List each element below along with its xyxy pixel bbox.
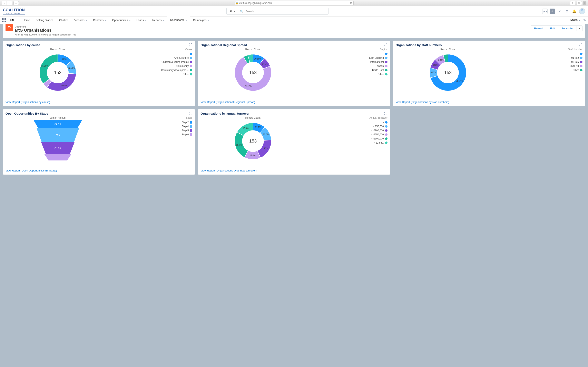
nav-item-label: Opportunities: [112, 18, 128, 22]
expand-icon[interactable]: ⛶: [579, 43, 582, 47]
nav-item-contacts[interactable]: Contacts⌄: [90, 16, 109, 24]
legend-swatch: [580, 61, 582, 63]
global-add-icon[interactable]: ＋: [550, 8, 555, 14]
legend-swatch: [580, 53, 582, 55]
nav-item-leads[interactable]: Leads⌄: [134, 16, 149, 24]
view-report-link[interactable]: View Report (Organisations by staff numb…: [396, 100, 582, 104]
legend-swatch: [190, 125, 192, 128]
svg-text:8.65%: 8.65%: [262, 63, 268, 65]
legend-item: 06 to 10: [570, 65, 582, 67]
nav-more[interactable]: More ▾: [571, 18, 580, 22]
legend-item: < £1 mio.: [374, 141, 388, 144]
refresh-button[interactable]: Refresh: [531, 26, 547, 31]
favorites-icon[interactable]: ★▾: [542, 8, 548, 14]
legend-label: Step 4: [182, 125, 189, 128]
nav-item-label: Reports: [152, 18, 162, 22]
edit-button[interactable]: Edit: [547, 26, 558, 31]
share-icon[interactable]: ⇪: [570, 1, 575, 5]
view-report-link[interactable]: View Report (Organisations by cause): [6, 100, 192, 104]
view-report-link[interactable]: View Report (Organisational Regional Spr…: [200, 100, 387, 104]
chevron-down-icon: ⌄: [186, 19, 187, 21]
more-actions-button[interactable]: ▾: [577, 26, 582, 31]
svg-text:10.58%: 10.58%: [254, 58, 261, 60]
tabs-icon[interactable]: ⧉: [577, 1, 582, 5]
edit-nav-icon[interactable]: ✎: [583, 18, 586, 22]
browser-back-button[interactable]: ‹: [2, 1, 7, 5]
svg-point-1: [581, 11, 582, 11]
svg-text:153: 153: [249, 138, 257, 143]
legend-label: -: [383, 52, 384, 55]
nav-item-opportunities[interactable]: Opportunities⌄: [109, 16, 134, 24]
expand-icon[interactable]: ⛶: [384, 43, 388, 47]
view-report-link[interactable]: View Report (Organisations by annual tur…: [200, 169, 387, 172]
chevron-down-icon: ▾: [233, 10, 235, 13]
legend-item: Children & Young People: [162, 60, 192, 63]
nav-item-label: Contacts: [93, 18, 104, 22]
chart-legend: Annual Turnover-< £50,000< £100,000< £25…: [307, 117, 388, 167]
legend-item: Other: [378, 73, 388, 76]
setup-gear-icon[interactable]: ⚙: [564, 8, 570, 14]
donut-chart: 13.85%12.31%33.85%35.38%153: [36, 51, 79, 94]
nav-item-label: Leads: [136, 18, 144, 22]
svg-text:19.2%: 19.2%: [262, 147, 268, 150]
nav-item-label: Dashboards: [170, 18, 184, 21]
chart-legend: Region-East EnglandInternationalLondonNo…: [307, 48, 388, 99]
nav-item-reports[interactable]: Reports⌄: [149, 16, 167, 24]
legend-label: London: [376, 65, 384, 67]
legend-swatch: [580, 69, 582, 71]
expand-icon[interactable]: ⛶: [384, 112, 388, 115]
chevron-down-icon: ⌄: [163, 19, 164, 21]
legend-label: North East: [372, 69, 384, 72]
svg-text:8.28%: 8.28%: [433, 64, 438, 66]
new-tab-button[interactable]: +: [583, 1, 586, 5]
legend-label: Other: [378, 73, 384, 76]
nav-item-getting-started[interactable]: Getting Started: [33, 16, 56, 24]
legend-swatch: [190, 121, 192, 124]
donut-chart: 70.34%8.97%8.28%8.28%153: [426, 51, 469, 94]
legend-swatch: [385, 53, 388, 55]
header-utility-bar: ★▾ ＋ ? ⚙ 🔔: [542, 8, 585, 14]
refresh-icon[interactable]: ⟳: [350, 2, 352, 4]
subscribe-button[interactable]: Subscribe: [558, 26, 577, 31]
expand-icon[interactable]: ⛶: [189, 43, 192, 47]
legend-swatch: [190, 53, 192, 55]
user-avatar[interactable]: [579, 8, 585, 14]
legend-label: Children & Young People: [162, 60, 189, 63]
donut-chart: 10.58%8.65%72.12%153: [232, 51, 274, 94]
help-icon[interactable]: ?: [557, 8, 562, 14]
nav-item-campaigns[interactable]: Campaigns⌄: [190, 16, 212, 24]
nav-item-accounts[interactable]: Accounts⌄: [71, 16, 90, 24]
legend-item: -: [578, 52, 582, 55]
svg-text:33.85%: 33.85%: [61, 84, 67, 87]
browser-chrome: ‹ › ☰ 🔒 cfefficiency.lightning.force.com…: [0, 0, 588, 6]
nav-item-home[interactable]: Home: [20, 16, 33, 24]
global-search[interactable]: All ▾ 🔍 Search...: [226, 8, 329, 15]
notifications-icon[interactable]: 🔔: [572, 8, 577, 14]
card-open-opportunities: ⛶ Open Opportunities By Stage Sum of Amo…: [3, 109, 195, 175]
legend-item: International: [370, 60, 388, 63]
legend-item: London: [376, 65, 388, 67]
search-scope-dropdown[interactable]: All ▾: [227, 8, 238, 15]
legend-swatch: [385, 133, 388, 136]
browser-sidebar-button[interactable]: ☰: [13, 1, 19, 5]
browser-forward-button[interactable]: ›: [7, 1, 12, 5]
logo-sub: FOR EFFICIENCY: [3, 12, 25, 15]
nav-item-chatter[interactable]: Chatter: [56, 16, 71, 24]
legend-item: 03 to 5: [571, 60, 582, 63]
legend-item: Community: [176, 65, 192, 67]
legend-label: International: [370, 60, 384, 63]
view-report-link[interactable]: View Report (Open Opportunities By Stage…: [6, 169, 192, 172]
legend-item: Arts & culture: [174, 57, 192, 59]
app-name: CfE: [10, 18, 16, 22]
card-title: Organisational Regional Spread: [200, 43, 387, 47]
browser-address-bar[interactable]: 🔒 cfefficiency.lightning.force.com ⟳: [235, 1, 354, 5]
chart-legend: Staff Number-01 to 203 to 506 to 10Other: [502, 48, 582, 99]
legend-label: 03 to 5: [571, 60, 579, 63]
legend-label: -: [383, 121, 384, 124]
browser-url: cfefficiency.lightning.force.com: [239, 2, 272, 4]
legend-label: Community developme…: [161, 69, 189, 72]
app-launcher-icon[interactable]: [2, 18, 7, 23]
search-input[interactable]: 🔍 Search...: [238, 10, 328, 13]
expand-icon[interactable]: ⛶: [189, 112, 192, 115]
nav-item-dashboards[interactable]: Dashboards⌄: [167, 16, 190, 24]
